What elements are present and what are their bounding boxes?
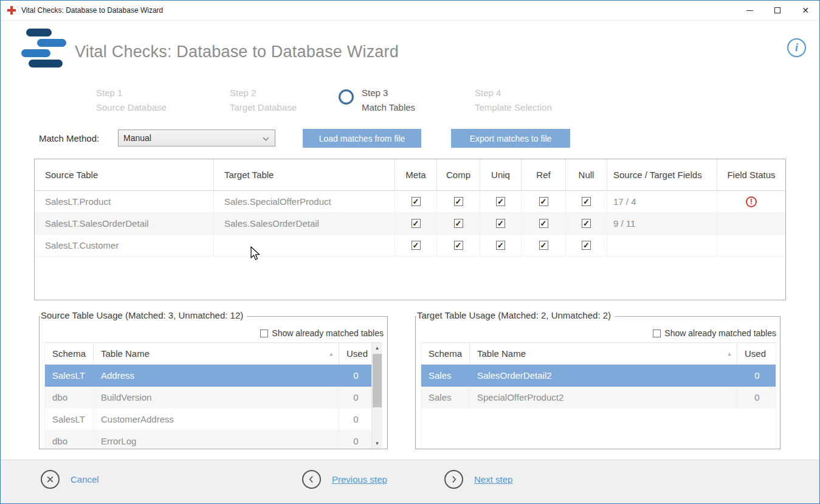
chevron-right-icon	[444, 470, 463, 489]
info-icon[interactable]: i	[787, 38, 806, 57]
step-number: Step 1	[96, 86, 167, 100]
footer-bar: Cancel Previous step Next step	[1, 460, 819, 503]
list-item[interactable]: Sales SalesOrderDetail2 0	[421, 365, 776, 387]
meta-checkbox[interactable]	[412, 241, 421, 250]
table-name-cell: Address	[94, 365, 339, 387]
target-usage-table: Schema Table Name ▲ Used Sales SalesOrde…	[421, 342, 776, 449]
current-step-icon	[339, 89, 354, 105]
next-step-label: Next step	[474, 474, 512, 485]
uniq-checkbox[interactable]	[496, 241, 505, 250]
table-row[interactable]: SalesLT.SalesOrderDetail Sales.SalesOrde…	[35, 213, 785, 235]
step-1: Step 1 Source Database	[96, 86, 167, 115]
vertical-scrollbar[interactable]: ▲ ▼	[371, 343, 382, 449]
scrollbar-thumb[interactable]	[373, 354, 382, 407]
target-table-cell[interactable]: Sales.SpecialOfferProduct	[214, 191, 395, 213]
app-logo-icon	[19, 27, 67, 80]
fields-count-cell: 17 / 4	[607, 191, 717, 213]
ref-checkbox[interactable]	[539, 241, 548, 250]
uniq-checkbox[interactable]	[496, 197, 505, 206]
list-item[interactable]: dbo ErrorLog 0	[45, 430, 373, 449]
col-comp[interactable]: Comp	[437, 159, 480, 191]
match-table-header: Source Table Target Table Meta Comp Uniq…	[35, 159, 785, 191]
used-cell: 0	[339, 430, 373, 449]
col-table-name[interactable]: Table Name ▲	[94, 343, 339, 365]
usage-table-header: Schema Table Name ▲ Used	[45, 343, 373, 365]
col-schema[interactable]: Schema	[421, 343, 470, 365]
scroll-up-icon[interactable]: ▲	[372, 343, 382, 353]
col-field-status[interactable]: Field Status	[717, 159, 785, 191]
null-checkbox[interactable]	[582, 219, 591, 228]
list-item[interactable]: SalesLT CustomerAddress 0	[45, 409, 373, 430]
target-table-cell[interactable]	[214, 235, 395, 257]
field-status-cell	[717, 235, 785, 257]
schema-cell: dbo	[45, 387, 94, 409]
previous-step-button[interactable]: Previous step	[302, 469, 387, 489]
step-label: Target Database	[230, 100, 297, 115]
match-method-dropdown[interactable]: Manual	[118, 129, 275, 147]
app-window: Vital Checks: Database to Database Wizar…	[0, 0, 820, 504]
step-number: Step 2	[230, 86, 297, 100]
mouse-cursor	[249, 246, 262, 262]
match-table: Source Table Target Table Meta Comp Uniq…	[34, 159, 786, 300]
ref-checkbox[interactable]	[539, 219, 548, 228]
comp-checkbox[interactable]	[454, 197, 463, 206]
load-matches-button[interactable]: Load matches from file	[303, 129, 421, 148]
match-method-value: Manual	[123, 133, 151, 143]
scroll-down-icon[interactable]: ▼	[372, 438, 382, 449]
error-icon[interactable]	[746, 196, 757, 207]
minimize-icon	[746, 10, 753, 11]
schema-cell: Sales	[421, 365, 470, 387]
maximize-button[interactable]	[763, 1, 791, 20]
col-table-name[interactable]: Table Name ▲	[470, 343, 737, 365]
null-checkbox[interactable]	[582, 197, 591, 206]
show-matched-toggle[interactable]: Show already matched tables	[260, 328, 384, 338]
cancel-label: Cancel	[71, 474, 99, 485]
usage-table-header: Schema Table Name ▲ Used	[421, 343, 776, 365]
source-table-cell[interactable]: SalesLT.Customer	[35, 235, 214, 257]
null-checkbox[interactable]	[582, 241, 591, 250]
show-matched-checkbox[interactable]	[260, 330, 268, 337]
col-used[interactable]: Used	[339, 343, 373, 365]
step-label: Source Database	[96, 100, 167, 115]
close-button[interactable]: ✕	[791, 1, 819, 20]
list-item[interactable]: SalesLT Address 0	[45, 365, 373, 387]
schema-cell: SalesLT	[45, 409, 94, 430]
cancel-button[interactable]: Cancel	[41, 469, 99, 489]
show-matched-label: Show already matched tables	[664, 328, 776, 338]
col-meta[interactable]: Meta	[395, 159, 437, 191]
col-target-table[interactable]: Target Table	[214, 159, 395, 191]
table-row[interactable]: SalesLT.Customer	[35, 235, 785, 257]
meta-checkbox[interactable]	[412, 219, 421, 228]
col-uniq[interactable]: Uniq	[480, 159, 522, 191]
comp-checkbox[interactable]	[454, 219, 463, 228]
col-used[interactable]: Used	[737, 343, 776, 365]
used-cell: 0	[339, 365, 373, 387]
meta-checkbox[interactable]	[412, 197, 421, 206]
show-matched-checkbox[interactable]	[653, 330, 661, 337]
show-matched-toggle[interactable]: Show already matched tables	[653, 328, 776, 338]
uniq-checkbox[interactable]	[496, 219, 505, 228]
list-item[interactable]: Sales SpecialOfferProduct2 0	[421, 387, 776, 409]
list-item[interactable]: dbo BuildVersion 0	[45, 387, 373, 409]
step-label: Template Selection	[475, 100, 552, 115]
col-source-target-fields[interactable]: Source / Target Fields	[607, 159, 717, 191]
minimize-button[interactable]	[736, 1, 763, 20]
table-row[interactable]: SalesLT.Product Sales.SpecialOfferProduc…	[35, 191, 785, 213]
source-table-cell[interactable]: SalesLT.SalesOrderDetail	[35, 213, 214, 235]
table-name-cell: SpecialOfferProduct2	[470, 387, 737, 409]
title-bar: Vital Checks: Database to Database Wizar…	[1, 1, 819, 21]
ref-checkbox[interactable]	[539, 197, 548, 206]
step-3: Step 3 Match Tables	[362, 86, 415, 115]
source-table-cell[interactable]: SalesLT.Product	[35, 191, 214, 213]
col-schema[interactable]: Schema	[45, 343, 94, 365]
export-matches-button[interactable]: Export matches to file	[451, 129, 570, 148]
chevron-down-icon	[263, 135, 269, 141]
col-source-table[interactable]: Source Table	[35, 159, 214, 191]
col-ref[interactable]: Ref	[522, 159, 566, 191]
target-table-cell[interactable]: Sales.SalesOrderDetail	[214, 213, 395, 235]
fields-count-cell: 9 / 11	[607, 213, 717, 235]
next-step-button[interactable]: Next step	[444, 469, 512, 489]
comp-checkbox[interactable]	[454, 241, 463, 250]
col-null[interactable]: Null	[566, 159, 607, 191]
window-title: Vital Checks: Database to Database Wizar…	[21, 6, 163, 15]
